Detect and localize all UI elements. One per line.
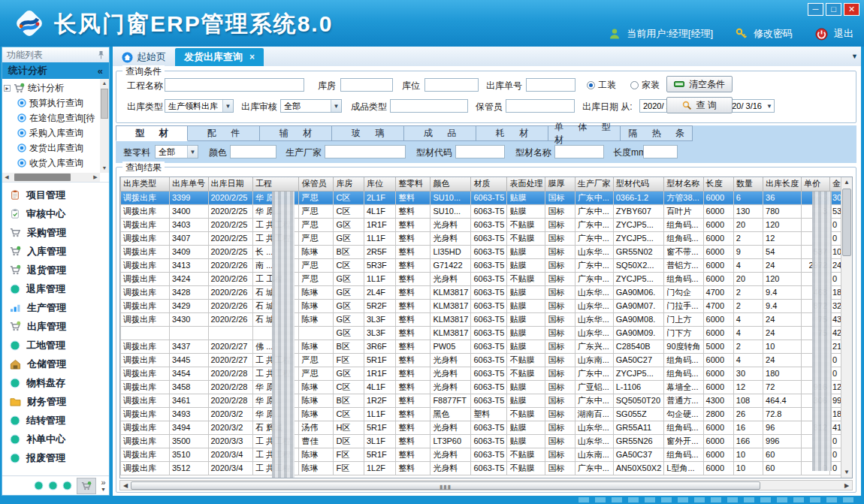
clear-conditions-button[interactable]: 清空条件 xyxy=(666,76,733,92)
scrollbar-thumb[interactable] xyxy=(842,189,851,256)
project-name-input[interactable] xyxy=(165,78,304,92)
sidebar-item-退货管理[interactable]: 退货管理 xyxy=(2,261,109,279)
scrollbar-thumb[interactable] xyxy=(101,89,108,119)
tab-close-icon[interactable]: × xyxy=(249,52,255,62)
cart-button[interactable] xyxy=(77,478,96,494)
profile-name-input[interactable] xyxy=(554,145,604,158)
warehouse-input[interactable] xyxy=(340,78,393,92)
tree-item[interactable]: 预算执行查询 xyxy=(4,95,100,110)
scroll-left-icon[interactable]: ◀ xyxy=(120,482,131,489)
circle-icon[interactable] xyxy=(34,481,44,490)
scroll-left-icon[interactable]: ◀ xyxy=(2,174,11,180)
sidebar-item-项目管理[interactable]: 项目管理 xyxy=(2,186,109,204)
column-header[interactable]: 整零料 xyxy=(396,177,430,191)
sidebar-item-补单中心[interactable]: 补单中心 xyxy=(2,430,109,448)
column-header[interactable]: 膜厚 xyxy=(545,177,575,191)
material-tab[interactable]: 辅 材 xyxy=(260,125,332,141)
product-type-input[interactable] xyxy=(390,99,468,113)
column-header[interactable]: 材质 xyxy=(471,177,507,191)
tree-item[interactable]: 发货出库查询 xyxy=(4,140,100,155)
column-header[interactable]: 出库日期 xyxy=(208,177,253,191)
table-row[interactable]: 调拨出库34932020/3/2华 原...陈琳C区1L1F整料黑色塑料不贴膜国… xyxy=(121,407,852,421)
sidebar-item-出库管理[interactable]: 出库管理 xyxy=(2,317,109,336)
sidebar-item-工地管理[interactable]: 工地管理 xyxy=(2,336,109,355)
table-row[interactable]: 调拨出库34242020/2/26工 工程严思G区1L1F整料光身料6063-T… xyxy=(121,272,852,285)
scroll-down-icon[interactable]: ▼ xyxy=(841,467,852,478)
sidebar-item-生产管理[interactable]: 生产管理 xyxy=(2,298,109,317)
table-row[interactable]: 调拨出库34942020/3/2石 辉城汤伟H区5R1F整料光身料6063-T5… xyxy=(121,421,852,434)
radio-jiazhuang[interactable]: 家装 xyxy=(630,79,660,92)
table-row[interactable]: 调拨出库35002020/3/3工 共工程曹佳D区3L1F整料LT3P60606… xyxy=(121,434,852,448)
material-tab[interactable]: 成 品 xyxy=(404,125,476,141)
audit-combo[interactable]: 全部▼ xyxy=(280,99,342,113)
tree-horizontal-scrollbar[interactable]: ◀ ▶ xyxy=(2,173,100,182)
material-tab[interactable]: 玻 璃 xyxy=(332,125,404,141)
table-row[interactable]: 调拨出库34282020/2/26石 城陈琳G区2L4F整料KLM3817606… xyxy=(121,285,852,299)
column-header[interactable]: 出库长度 xyxy=(763,177,802,191)
tree-expander-icon[interactable]: ▸ xyxy=(4,85,11,92)
tree-item[interactable]: 收货入库查询 xyxy=(4,155,100,171)
column-header[interactable]: 单价 xyxy=(802,177,830,191)
sidebar-item-退库管理[interactable]: 退库管理 xyxy=(2,279,109,298)
location-input[interactable] xyxy=(424,78,479,92)
sidebar-item-仓储管理[interactable]: 仓储管理 xyxy=(2,355,109,373)
column-header[interactable]: 工程 xyxy=(253,177,299,191)
table-row[interactable]: 调拨出库34612020/2/28华 原...陈琳B区1R2F整料F8877FT… xyxy=(121,394,852,407)
table-row[interactable]: 调拨出库34032020/2/25工 共工程严思G区1R1F整料光身料6063-… xyxy=(121,218,852,231)
table-row[interactable]: 调拨出库34132020/2/26南 ...严思C区5R3F整料G7142260… xyxy=(121,258,852,272)
collapse-icon[interactable]: « xyxy=(98,65,103,77)
material-tab[interactable]: 型 材 xyxy=(116,125,188,141)
material-tab[interactable]: 配 件 xyxy=(188,125,260,141)
sidebar-item-物料盘存[interactable]: 物料盘存 xyxy=(2,373,109,392)
logout-button[interactable]: 退出 xyxy=(834,27,853,41)
sidebar-item-财务管理[interactable]: 财务管理 xyxy=(2,392,109,411)
sidebar-item-审核中心[interactable]: 审核中心 xyxy=(2,204,109,223)
column-header[interactable]: 库房 xyxy=(334,177,364,191)
sidebar-section-header[interactable]: 统计分析 « xyxy=(2,62,109,79)
sidebar-splitter[interactable] xyxy=(110,47,113,496)
column-header[interactable]: 保管员 xyxy=(299,177,334,191)
material-tab[interactable]: 单 体 型 材 xyxy=(548,125,621,141)
column-header[interactable]: 型材名称 xyxy=(664,177,703,191)
out-type-combo[interactable]: 生产领料出库▼ xyxy=(165,99,234,113)
scroll-up-icon[interactable]: ▲ xyxy=(841,177,852,188)
grid-horizontal-scrollbar[interactable]: ◀ ▮▮▮ ▶ xyxy=(119,480,853,490)
table-row[interactable]: 调拨出库34302020/2/26石 城陈琳G区3L3F整料KLM3817606… xyxy=(121,312,852,326)
radio-gongzhuang[interactable]: 工装 xyxy=(587,79,616,92)
zero-part-combo[interactable]: 全部▼ xyxy=(155,145,198,158)
table-row[interactable]: 调拨出库34372020/2/27佛 ...陈琳B区3R6F整料PW056063… xyxy=(121,340,852,353)
sidebar-item-采购管理[interactable]: 采购管理 xyxy=(2,223,109,242)
material-tab[interactable]: 耗 材 xyxy=(476,125,548,141)
circle-icon[interactable] xyxy=(62,481,72,490)
table-row[interactable]: 调拨出库34292020/2/26石 城陈琳G区5R2F整料KLM3817606… xyxy=(121,299,852,312)
column-header[interactable]: 库位 xyxy=(364,177,395,191)
column-header[interactable]: 表面处理 xyxy=(507,177,545,191)
scroll-down-icon[interactable]: ▼ xyxy=(100,164,109,173)
table-row[interactable]: 调拨出库34452020/2/27工 共工程严思F区5R1F整料光身料6063-… xyxy=(121,353,852,367)
pin-icon[interactable] xyxy=(98,50,104,59)
table-row[interactable]: 调拨出库33992020/2/25华 原...严思C区2L1F整料SU10...… xyxy=(121,191,852,204)
column-header[interactable]: 出库单号 xyxy=(169,177,208,191)
table-row[interactable]: 调拨出库34582020/2/28华 原...陈琳C区4L1F整料光身料6063… xyxy=(121,380,852,394)
column-header[interactable]: 型材代码 xyxy=(613,177,664,191)
table-row[interactable]: 调拨出库34542020/2/28工 共工程严思G区1R1F整料光身料6063-… xyxy=(121,367,852,380)
order-no-input[interactable] xyxy=(526,78,575,92)
grid-vertical-scrollbar[interactable]: ▲ ▼ xyxy=(841,177,852,478)
table-row[interactable]: 调拨出库35102020/3/4工 共工程陈琳F区5R1F整料光身料6063-T… xyxy=(121,448,852,461)
close-button[interactable]: ✕ xyxy=(844,3,859,16)
scrollbar-thumb[interactable] xyxy=(14,174,71,181)
scrollbar-thumb[interactable]: ▮▮▮ xyxy=(131,481,760,490)
tab-active[interactable]: 发货出库查询× xyxy=(175,48,264,66)
sidebar-item-报废管理[interactable]: 报废管理 xyxy=(2,448,109,467)
length-input[interactable] xyxy=(643,145,678,158)
scroll-right-icon[interactable]: ▶ xyxy=(91,174,100,180)
profile-code-input[interactable] xyxy=(455,145,505,158)
tree-vertical-scrollbar[interactable]: ▲ ▼ xyxy=(100,79,109,173)
search-button[interactable]: 查 询 xyxy=(666,97,733,113)
table-row[interactable]: 调拨出库34092020/2/25长 ...陈琳B区2R5F整料LI35HD60… xyxy=(121,245,852,258)
overflow-chevron[interactable]: » ▼ xyxy=(101,479,106,493)
tree-root-item[interactable]: ▸统计分析 xyxy=(4,80,100,95)
column-header[interactable]: 长度 xyxy=(703,177,733,191)
table-row[interactable]: G区3L3F整料KLM38176063-T5贴膜国标山东华...GA90M09.… xyxy=(121,326,852,340)
keeper-input[interactable] xyxy=(506,99,575,113)
